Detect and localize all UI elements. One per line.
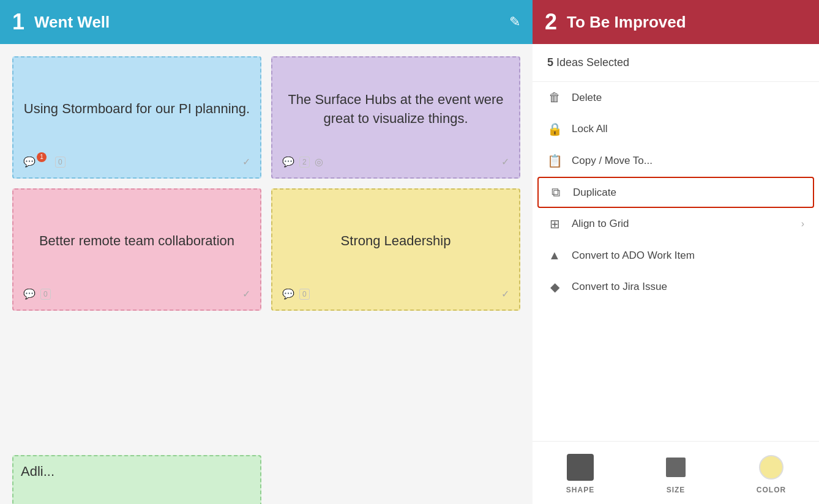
note4-text: Strong Leadership bbox=[282, 199, 509, 283]
partial-note: Adli... bbox=[12, 455, 261, 504]
vote-count: 0 bbox=[40, 289, 51, 300]
vote-count: 0 bbox=[55, 157, 65, 168]
note3-text: Better remote team collaboration bbox=[23, 199, 250, 283]
col2-number: 2 bbox=[545, 9, 557, 35]
menu-header: 5 Ideas Selected bbox=[533, 44, 819, 82]
arrow-icon: › bbox=[801, 218, 804, 229]
menu-item-align-grid[interactable]: ⊞ Align to Grid › bbox=[533, 208, 819, 240]
note1-footer: 💬 1 0 ✓ bbox=[23, 156, 250, 168]
main-area: Using Stormboard for our PI planning. 💬 … bbox=[0, 44, 819, 504]
menu-items-list: 🗑 Delete 🔒 Lock All 📋 Copy / Move To... … bbox=[533, 82, 819, 441]
column2-header: 2 To Be Improved bbox=[533, 0, 819, 44]
menu-item-copy-move[interactable]: 📋 Copy / Move To... bbox=[533, 145, 819, 177]
note3-footer: 💬 0 ✓ bbox=[23, 288, 250, 300]
comment-icon: 💬 bbox=[282, 288, 294, 300]
grid-icon: ⊞ bbox=[547, 217, 562, 231]
size-square-icon bbox=[666, 458, 686, 477]
menu-item-delete[interactable]: 🗑 Delete bbox=[533, 82, 819, 113]
align-grid-label: Align to Grid bbox=[572, 218, 791, 230]
shape-square-icon bbox=[567, 454, 594, 481]
jira-icon: ◆ bbox=[547, 280, 562, 294]
selected-label: Ideas Selected bbox=[556, 56, 629, 69]
lock-all-label: Lock All bbox=[572, 123, 804, 135]
convert-ado-label: Convert to ADO Work Item bbox=[572, 250, 804, 262]
menu-footer: SHAPE SIZE COLOR bbox=[533, 441, 819, 504]
partial-note-text: Adli... bbox=[13, 456, 260, 487]
layer-icon: ◎ bbox=[315, 156, 323, 168]
selected-count: 5 bbox=[547, 56, 553, 69]
color-label: COLOR bbox=[757, 486, 786, 494]
color-option[interactable]: COLOR bbox=[724, 449, 819, 499]
comment-icon: 💬 bbox=[23, 156, 36, 168]
sticky-note-4[interactable]: Strong Leadership 💬 0 ✓ bbox=[271, 188, 520, 311]
menu-item-convert-ado[interactable]: ▲ Convert to ADO Work Item bbox=[533, 240, 819, 271]
ado-icon: ▲ bbox=[547, 248, 562, 262]
note2-footer: 💬 2 ◎ ✓ bbox=[282, 156, 509, 168]
copy-move-label: Copy / Move To... bbox=[572, 155, 804, 167]
color-circle-icon bbox=[759, 455, 783, 480]
board-area: Using Stormboard for our PI planning. 💬 … bbox=[0, 44, 533, 504]
vote-count: 2 bbox=[299, 157, 310, 168]
col1-title: Went Well bbox=[34, 13, 110, 32]
check-icon: ✓ bbox=[501, 288, 509, 300]
size-label: SIZE bbox=[667, 486, 686, 494]
check-icon: ✓ bbox=[242, 156, 250, 168]
sticky-note-3[interactable]: Better remote team collaboration 💬 0 ✓ bbox=[12, 188, 261, 311]
sticky-note-2[interactable]: The Surface Hubs at the event were great… bbox=[271, 56, 520, 179]
note2-text: The Surface Hubs at the event were great… bbox=[282, 67, 509, 151]
size-icon-wrapper bbox=[666, 454, 686, 481]
color-icon-wrapper bbox=[759, 454, 783, 481]
comment-badge: 1 bbox=[37, 152, 47, 162]
sticky-note-1[interactable]: Using Stormboard for our PI planning. 💬 … bbox=[12, 56, 261, 179]
copy-icon: 📋 bbox=[547, 154, 562, 168]
convert-jira-label: Convert to Jira Issue bbox=[572, 281, 804, 293]
context-menu: 5 Ideas Selected 🗑 Delete 🔒 Lock All 📋 C… bbox=[533, 44, 819, 504]
edit-icon[interactable]: ✎ bbox=[509, 14, 520, 30]
note4-footer: 💬 0 ✓ bbox=[282, 288, 509, 300]
vote-count: 0 bbox=[299, 289, 310, 300]
duplicate-label: Duplicate bbox=[573, 187, 803, 199]
delete-label: Delete bbox=[572, 92, 804, 104]
comment-icon: 💬 bbox=[282, 156, 294, 168]
duplicate-icon: ⧉ bbox=[548, 185, 563, 199]
shape-option[interactable]: SHAPE bbox=[533, 449, 628, 499]
note1-text: Using Stormboard for our PI planning. bbox=[23, 67, 250, 151]
comment-icon: 💬 bbox=[23, 288, 36, 300]
col2-title: To Be Improved bbox=[567, 13, 686, 32]
shape-label: SHAPE bbox=[566, 486, 594, 494]
col1-number: 1 bbox=[12, 9, 24, 35]
check-icon: ✓ bbox=[501, 156, 509, 168]
lock-icon: 🔒 bbox=[547, 122, 562, 136]
delete-icon: 🗑 bbox=[547, 91, 562, 105]
column1-header: 1 Went Well ✎ bbox=[0, 0, 533, 44]
header-row: 1 Went Well ✎ 2 To Be Improved bbox=[0, 0, 819, 44]
check-icon: ✓ bbox=[242, 288, 250, 300]
size-option[interactable]: SIZE bbox=[628, 449, 724, 499]
menu-item-duplicate[interactable]: ⧉ Duplicate bbox=[537, 177, 814, 208]
menu-item-convert-jira[interactable]: ◆ Convert to Jira Issue bbox=[533, 271, 819, 303]
menu-item-lock-all[interactable]: 🔒 Lock All bbox=[533, 113, 819, 145]
